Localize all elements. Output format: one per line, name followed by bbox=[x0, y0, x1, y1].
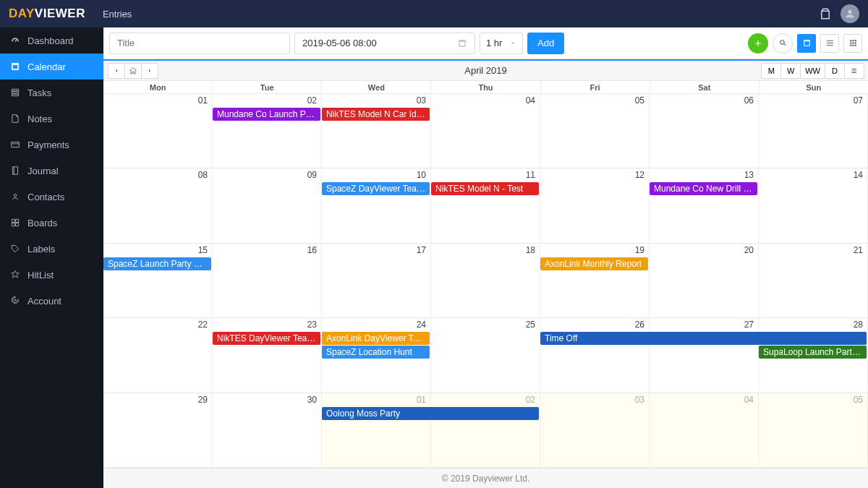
calendar-event[interactable]: Time Off bbox=[540, 332, 867, 345]
day-number: 06 bbox=[744, 95, 754, 106]
day-cell[interactable]: 13 bbox=[650, 168, 759, 242]
next-button[interactable] bbox=[141, 63, 158, 79]
day-cell[interactable]: 10 bbox=[322, 168, 431, 242]
sidebar-item-hitlist[interactable]: HitList bbox=[0, 262, 103, 288]
sidebar-item-notes[interactable]: Notes bbox=[0, 106, 103, 132]
day-cell[interactable]: 22 bbox=[103, 318, 213, 392]
calendar-event[interactable]: Oolong Moss Party bbox=[322, 407, 539, 420]
calendar-event[interactable]: SpaceZ Location Hunt bbox=[322, 346, 430, 359]
sidebar-item-payments[interactable]: Payments bbox=[0, 132, 103, 158]
calendar-grid: 01020304050607Mundane Co Launch Party …N… bbox=[103, 94, 868, 468]
calendar-event[interactable]: NikTES Model N Car Ideas bbox=[322, 108, 430, 121]
day-number: 26 bbox=[635, 320, 644, 330]
search-icon bbox=[778, 38, 788, 48]
quick-add-toolbar: 2019-05-06 08:00 1 hr Add bbox=[103, 27, 868, 59]
day-number: 28 bbox=[854, 320, 863, 330]
add-button[interactable]: Add bbox=[527, 33, 564, 54]
day-cell[interactable]: 16 bbox=[213, 244, 322, 317]
day-cell[interactable]: 08 bbox=[103, 168, 213, 242]
prev-button[interactable] bbox=[108, 63, 125, 79]
grid-view-button[interactable] bbox=[843, 34, 862, 53]
day-number: 12 bbox=[635, 170, 644, 180]
day-cell[interactable]: 04 bbox=[431, 94, 540, 168]
day-number: 15 bbox=[198, 245, 208, 255]
calendar-event[interactable]: AxonLink DayViewer Team … bbox=[322, 332, 430, 345]
title-input[interactable] bbox=[109, 33, 290, 54]
dow-cell: Tue bbox=[213, 81, 322, 93]
day-number: 11 bbox=[526, 170, 535, 180]
day-cell[interactable]: 17 bbox=[322, 244, 431, 317]
calendar-event[interactable]: NikTES Model N - Test bbox=[431, 182, 539, 195]
day-cell[interactable]: 01 bbox=[103, 94, 213, 168]
sidebar-item-dashboard[interactable]: Dashboard bbox=[0, 27, 103, 53]
day-cell[interactable]: 18 bbox=[431, 244, 540, 317]
sidebar-item-journal[interactable]: Journal bbox=[0, 158, 103, 184]
sidebar-item-labels[interactable]: Labels bbox=[0, 236, 103, 262]
day-cell[interactable]: 30 bbox=[213, 393, 322, 467]
sidebar-item-label: Dashboard bbox=[27, 35, 74, 46]
day-cell[interactable]: 19 bbox=[540, 244, 650, 317]
sidebar-item-contacts[interactable]: Contacts bbox=[0, 184, 103, 210]
calendar-event[interactable]: Mundane Co Launch Party … bbox=[213, 108, 320, 121]
calendar-header: April 2019 M W WW D bbox=[103, 61, 868, 81]
day-cell[interactable]: 02 bbox=[431, 393, 540, 467]
view-workweek-button[interactable]: WW bbox=[800, 63, 825, 79]
day-cell[interactable]: 15 bbox=[103, 244, 213, 317]
day-cell[interactable]: 27 bbox=[650, 318, 759, 392]
view-day-button[interactable]: D bbox=[825, 63, 845, 79]
day-cell[interactable]: 20 bbox=[650, 244, 759, 317]
calendar-view-button[interactable] bbox=[797, 34, 816, 53]
sidebar-item-boards[interactable]: Boards bbox=[0, 210, 103, 236]
clipboard-icon[interactable] bbox=[819, 7, 832, 20]
day-cell[interactable]: 21 bbox=[759, 244, 868, 317]
calendar-event[interactable]: SpaceZ DayViewer Team Ro… bbox=[322, 182, 430, 195]
calendar-event[interactable]: Mundane Co New Drill Bit bbox=[650, 182, 757, 195]
today-button[interactable] bbox=[124, 63, 142, 79]
day-cell[interactable]: 06 bbox=[650, 94, 759, 168]
day-cell[interactable]: 26 bbox=[540, 318, 650, 392]
calendar-event[interactable]: SpaceZ Launch Party Paym… bbox=[103, 257, 211, 270]
duration-select[interactable]: 1 hr bbox=[480, 33, 523, 54]
day-cell[interactable]: 02 bbox=[213, 94, 322, 168]
chevron-left-icon bbox=[114, 68, 119, 74]
day-cell[interactable]: 01 bbox=[322, 393, 431, 467]
sidebar-item-label: Payments bbox=[27, 140, 69, 150]
week-row: 08091011121314SpaceZ DayViewer Team Ro…N… bbox=[103, 168, 868, 243]
day-cell[interactable]: 12 bbox=[540, 168, 650, 242]
view-agenda-button[interactable] bbox=[844, 63, 864, 79]
calendar-event[interactable]: AxonLink Monthly Report bbox=[540, 257, 648, 270]
day-number: 14 bbox=[854, 170, 863, 180]
day-cell[interactable]: 05 bbox=[759, 393, 868, 467]
day-cell[interactable]: 23 bbox=[213, 318, 322, 392]
view-month-button[interactable]: M bbox=[761, 63, 781, 79]
day-number: 25 bbox=[526, 320, 535, 330]
create-button[interactable] bbox=[748, 33, 768, 53]
day-cell[interactable]: 11 bbox=[431, 168, 540, 242]
search-button[interactable] bbox=[773, 33, 793, 53]
calendar-event[interactable]: SupaLoop Launch Party Pa… bbox=[759, 346, 867, 359]
day-cell[interactable]: 03 bbox=[322, 94, 431, 168]
day-cell[interactable]: 14 bbox=[759, 168, 868, 242]
dow-cell: Wed bbox=[322, 81, 431, 93]
day-cell[interactable]: 04 bbox=[650, 393, 759, 467]
date-input[interactable]: 2019-05-06 08:00 bbox=[294, 33, 475, 54]
view-week-button[interactable]: W bbox=[780, 63, 801, 79]
day-cell[interactable]: 09 bbox=[213, 168, 322, 242]
day-number: 27 bbox=[744, 320, 754, 330]
sidebar-item-calendar[interactable]: Calendar bbox=[0, 53, 103, 80]
day-cell[interactable]: 03 bbox=[540, 393, 650, 467]
date-value: 2019-05-06 08:00 bbox=[302, 38, 377, 48]
calendar-event[interactable]: NikTES DayViewer Team Room bbox=[213, 332, 320, 345]
dow-cell: Mon bbox=[103, 81, 213, 93]
day-number: 20 bbox=[744, 245, 754, 255]
day-cell[interactable]: 05 bbox=[540, 94, 650, 168]
sidebar-item-tasks[interactable]: Tasks bbox=[0, 80, 103, 106]
sidebar-item-account[interactable]: Account bbox=[0, 288, 103, 314]
day-cell[interactable]: 29 bbox=[103, 393, 213, 467]
day-cell[interactable]: 25 bbox=[431, 318, 540, 392]
dow-cell: Thu bbox=[431, 81, 540, 93]
day-cell[interactable]: 07 bbox=[759, 94, 868, 168]
entries-menu[interactable]: Entries bbox=[98, 9, 132, 20]
user-avatar[interactable] bbox=[841, 4, 859, 23]
list-view-button[interactable] bbox=[820, 34, 839, 53]
